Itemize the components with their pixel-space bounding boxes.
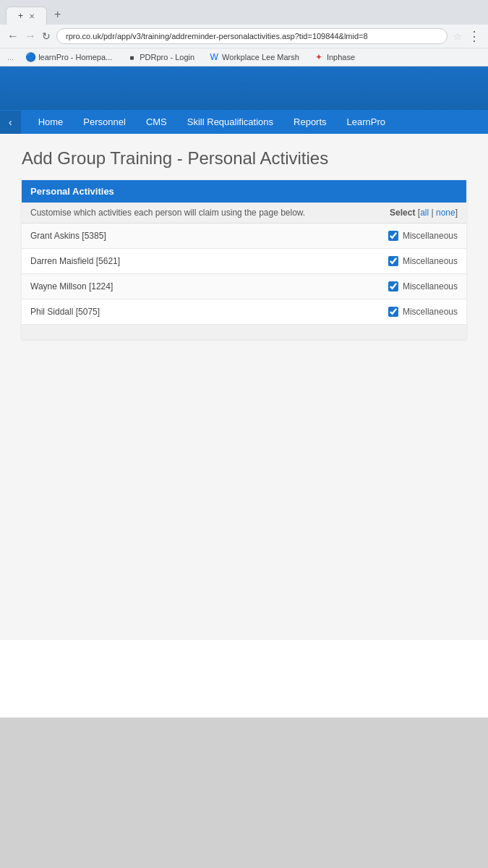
bookmark-pdrpro-login[interactable]: ■ PDRpro - Login — [121, 51, 200, 64]
select-label: Select — [390, 208, 415, 218]
person-activity-cell: Miscellaneous — [364, 299, 466, 325]
table-description: Customise which activities each person w… — [22, 203, 364, 224]
workplace-icon: W — [209, 52, 219, 62]
learnpro-home-icon: 🔵 — [25, 52, 35, 62]
table-row: Phil Siddall [5075] Miscellaneous — [22, 299, 466, 325]
nav-forward-icon[interactable]: → — [25, 30, 36, 43]
nav-item-cms[interactable]: CMS — [136, 110, 177, 134]
nav-back-icon[interactable]: ← — [7, 30, 19, 43]
tab-bar: + ✕ + — [0, 0, 488, 25]
select-all-link[interactable]: all — [420, 208, 429, 218]
checkbox-cell: Miscellaneous — [373, 231, 458, 241]
nav-back-button[interactable]: ‹ — [0, 111, 21, 134]
nav-items: Home Personnel CMS Skill Requalification… — [21, 110, 403, 134]
nav-item-skill-requalifications[interactable]: Skill Requalifications — [177, 110, 283, 134]
inphase-icon: ✦ — [314, 52, 324, 62]
table-row: Darren Maisfield [5621] Miscellaneous — [22, 249, 466, 274]
person-activity-cell: Miscellaneous — [364, 274, 466, 299]
bookmark-learnpro-label: learnPro - Homepa... — [38, 53, 112, 61]
table-header-row: Personal Activities — [22, 180, 466, 203]
bookmark-star-icon[interactable]: ☆ — [453, 31, 462, 42]
dots-icon: ... — [7, 53, 14, 61]
table-row: Wayne Millson [1224] Miscellaneous — [22, 274, 466, 299]
tab-close-icon[interactable]: ✕ — [29, 12, 35, 20]
address-input[interactable]: rpro.co.uk/pdr/app/v3/training/addremind… — [56, 28, 448, 44]
nav-bar: ‹ Home Personnel CMS Skill Requalificati… — [0, 110, 488, 134]
activity-label: Miscellaneous — [403, 307, 458, 317]
menu-icon[interactable]: ⋮ — [468, 28, 481, 44]
new-tab-button[interactable]: + — [47, 4, 68, 25]
active-tab[interactable]: + ✕ — [6, 7, 47, 25]
table-footer-cell — [22, 325, 466, 339]
person-name: Grant Askins [5385] — [22, 224, 364, 249]
checkbox-cell: Miscellaneous — [373, 307, 458, 317]
bookmark-workplace[interactable]: W Workplace Lee Marsh — [203, 51, 305, 64]
person-name: Phil Siddall [5075] — [22, 299, 364, 325]
miscellaneous-checkbox[interactable] — [388, 281, 398, 292]
browser-chrome: + ✕ + ← → ↻ rpro.co.uk/pdr/app/v3/traini… — [0, 0, 488, 67]
person-name: Darren Maisfield [5621] — [22, 249, 364, 274]
bookmark-inphase-label: Inphase — [327, 53, 355, 61]
nav-item-home[interactable]: Home — [28, 110, 74, 134]
table-subheader-row: Customise which activities each person w… — [22, 203, 466, 224]
bookmark-workplace-label: Workplace Lee Marsh — [222, 53, 299, 61]
bookmark-learnpro-home[interactable]: 🔵 learnPro - Homepa... — [20, 51, 118, 64]
miscellaneous-checkbox[interactable] — [388, 256, 398, 266]
select-links-cell: Select [all | none] — [364, 203, 466, 224]
tab-label: + — [18, 11, 23, 21]
person-activity-cell: Miscellaneous — [364, 249, 466, 274]
bookmark-inphase[interactable]: ✦ Inphase — [308, 51, 361, 64]
pdrpro-site: ‹ Home Personnel CMS Skill Requalificati… — [0, 67, 488, 718]
bookmark-pdrpro-label: PDRpro - Login — [140, 53, 194, 61]
nav-item-personnel[interactable]: Personnel — [73, 110, 136, 134]
site-header — [0, 67, 488, 110]
miscellaneous-checkbox[interactable] — [388, 231, 398, 241]
page-title: Add Group Training - Personal Activities — [22, 148, 466, 169]
person-name: Wayne Millson [1224] — [22, 274, 364, 299]
table-footer-row — [22, 325, 466, 339]
activity-label: Miscellaneous — [403, 231, 458, 241]
miscellaneous-checkbox[interactable] — [388, 307, 398, 317]
activity-label: Miscellaneous — [403, 256, 458, 266]
reload-icon[interactable]: ↻ — [42, 30, 51, 42]
checkbox-cell: Miscellaneous — [373, 256, 458, 266]
pdrpro-login-icon: ■ — [127, 52, 137, 62]
table-row: Grant Askins [5385] Miscellaneous — [22, 224, 466, 249]
nav-item-learnpro[interactable]: LearnPro — [337, 110, 395, 134]
main-content: Add Group Training - Personal Activities… — [0, 134, 488, 640]
activity-label: Miscellaneous — [403, 281, 458, 292]
table-header-cell: Personal Activities — [22, 180, 466, 203]
checkbox-cell: Miscellaneous — [373, 281, 458, 292]
person-activity-cell: Miscellaneous — [364, 224, 466, 249]
nav-back-chevron-icon: ‹ — [9, 116, 12, 128]
bookmarks-bar: ... 🔵 learnPro - Homepa... ■ PDRpro - Lo… — [0, 48, 488, 66]
address-bar-row: ← → ↻ rpro.co.uk/pdr/app/v3/training/add… — [0, 25, 488, 48]
nav-item-reports[interactable]: Reports — [283, 110, 337, 134]
activities-table: Personal Activities Customise which acti… — [22, 180, 466, 339]
select-none-link[interactable]: none — [436, 208, 455, 218]
